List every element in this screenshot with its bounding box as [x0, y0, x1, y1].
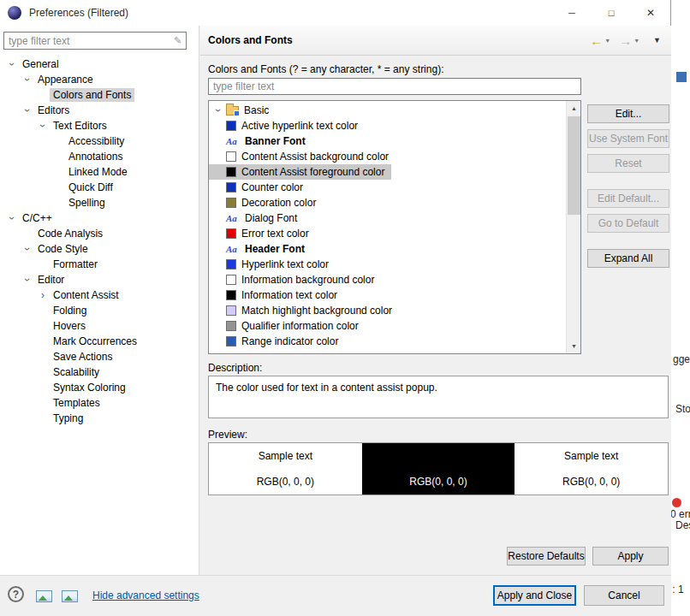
tree-item-label: Content Assist [50, 288, 122, 302]
action-buttons: Edit... Use System Font Reset Edit Defau… [587, 104, 669, 268]
preferences-dialog: Preferences (Filtered) ─ □ ✕ ✎ › General… [0, 0, 671, 616]
list-item-label: Content Assist foreground color [241, 166, 384, 178]
forward-dropdown-icon[interactable]: ▼ [633, 38, 639, 44]
list-item-label: Hyperlink text color [241, 258, 329, 270]
list-item[interactable]: › Counter color [209, 180, 310, 195]
tree-item-label: Editor [34, 273, 68, 287]
list-item[interactable]: › Information text color [209, 287, 344, 303]
tree-item[interactable]: › Scalability [0, 364, 199, 380]
list-item-label: Qualifier information color [241, 320, 359, 332]
scroll-up-icon[interactable]: ▲ [567, 101, 581, 116]
tree-item[interactable]: › Linked Mode [0, 164, 199, 180]
list-item[interactable]: › Qualifier information color [209, 318, 366, 334]
tree-item-label: Folding [50, 304, 90, 317]
tree-item[interactable]: › Editor [0, 272, 199, 287]
list-item[interactable]: › Information background color [209, 272, 381, 287]
background-app-icon [676, 72, 687, 82]
tree-chevron-icon[interactable]: › [22, 242, 33, 256]
close-button[interactable]: ✕ [631, 0, 670, 26]
tree-item[interactable]: › Annotations [0, 149, 199, 164]
tree-item[interactable]: › General [0, 56, 199, 72]
list-scrollbar[interactable]: ▲ ▼ [566, 101, 580, 353]
apply-button[interactable]: Apply [592, 547, 669, 566]
item-icon: Aa [226, 136, 240, 146]
edit-button[interactable]: Edit... [587, 104, 669, 123]
tree-item[interactable]: › Typing [0, 411, 199, 426]
list-chevron-icon[interactable]: › [213, 104, 223, 116]
scroll-down-icon[interactable]: ▼ [567, 339, 581, 353]
tree-item[interactable]: › Folding [0, 303, 199, 318]
tree-item[interactable]: › Quick Diff [0, 180, 199, 195]
item-icon: Aa [226, 244, 240, 254]
list-item[interactable]: › Content Assist foreground color [209, 164, 391, 180]
item-icon [226, 182, 236, 192]
restore-defaults-button[interactable]: Restore Defaults [507, 547, 586, 566]
title-bar[interactable]: Preferences (Filtered) ─ □ ✕ [0, 0, 670, 26]
list-item[interactable]: › Decoration color [209, 195, 323, 210]
tree-item[interactable]: › Syntax Coloring [0, 380, 199, 395]
back-dropdown-icon[interactable]: ▼ [604, 38, 610, 44]
list-item[interactable]: › Match highlight background color [209, 303, 399, 318]
scrollbar-thumb[interactable] [568, 116, 580, 215]
tree-chevron-icon[interactable]: › [38, 119, 48, 133]
tree-item[interactable]: › Appearance [0, 72, 199, 87]
preview-box: Sample text Sample text RGB(0, 0, 0) RGB… [208, 442, 669, 495]
list-item-label: Counter color [241, 181, 303, 193]
tree-item[interactable]: › Colors and Fonts [0, 87, 199, 103]
tree-chevron-icon[interactable]: › [7, 57, 17, 71]
tree-item[interactable]: › Code Analysis [0, 226, 199, 241]
list-item[interactable]: › Basic [209, 103, 276, 118]
list-item[interactable]: › Hyperlink text color [209, 257, 336, 272]
picture-icon-2[interactable] [62, 590, 78, 602]
tree-item[interactable]: › Templates [0, 395, 199, 411]
list-item[interactable]: › Content Assist background color [209, 149, 396, 164]
minimize-button[interactable]: ─ [552, 0, 592, 26]
use-system-font-button[interactable]: Use System Font [587, 129, 669, 148]
back-icon[interactable]: ← [590, 33, 603, 48]
help-icon[interactable]: ? [8, 586, 24, 602]
tree-chevron-icon[interactable]: › [36, 290, 50, 300]
tree-chevron-icon[interactable]: › [7, 211, 17, 225]
tree-chevron-icon[interactable]: › [22, 104, 33, 117]
picture-icon-1[interactable] [36, 590, 52, 602]
cancel-button[interactable]: Cancel [584, 585, 664, 606]
edit-default-button[interactable]: Edit Default... [587, 189, 669, 208]
list-filter-input[interactable] [208, 78, 581, 95]
tree-chevron-icon[interactable]: › [22, 73, 33, 86]
filter-icon: ✎ [174, 35, 181, 46]
tree-item[interactable]: › Accessibility [0, 133, 199, 149]
go-to-default-button[interactable]: Go to Default [587, 214, 669, 233]
tree-item[interactable]: › Code Style [0, 241, 199, 257]
tree-item[interactable]: › Formatter [0, 257, 199, 272]
tree-item[interactable]: › Content Assist [0, 287, 199, 303]
view-menu-icon[interactable]: ▼ [653, 36, 661, 44]
list-item-label: Content Assist background color [241, 151, 389, 163]
list-item[interactable]: › Aa Banner Font [209, 133, 312, 149]
page-header: Colors and Fonts ← ▼ → ▼ ▼ [200, 26, 671, 56]
list-item[interactable]: › Aa Dialog Font [209, 210, 304, 226]
sidebar-filter-input[interactable] [3, 32, 187, 50]
maximize-button[interactable]: □ [592, 0, 631, 26]
tree-item[interactable]: › Save Actions [0, 349, 199, 364]
tree-item[interactable]: › C/C++ [0, 210, 199, 226]
list-item[interactable]: › Error text color [209, 226, 316, 241]
list-item-label: Information background color [241, 274, 374, 286]
list-item[interactable]: › Aa Header Font [209, 241, 312, 257]
expand-all-button[interactable]: Expand All [587, 249, 669, 268]
tree-item[interactable]: › Editors [0, 103, 199, 118]
forward-icon[interactable]: → [619, 33, 632, 48]
tree-item-label: Formatter [50, 258, 101, 271]
list-item[interactable]: › Range indicator color [209, 334, 345, 349]
apply-and-close-button[interactable]: Apply and Close [493, 585, 576, 606]
item-icon [226, 167, 236, 177]
tree-item[interactable]: › Mark Occurrences [0, 334, 199, 349]
tree-chevron-icon[interactable]: › [22, 273, 33, 287]
tree-item[interactable]: › Hovers [0, 318, 199, 334]
tree-item[interactable]: › Text Editors [0, 118, 199, 133]
preferences-tree: › General › Appearance › Colors and Font… [0, 56, 199, 426]
reset-button[interactable]: Reset [587, 154, 669, 173]
hide-advanced-settings-link[interactable]: Hide advanced settings [92, 589, 199, 601]
tree-item[interactable]: › Spelling [0, 195, 199, 210]
list-item[interactable]: › Active hyperlink text color [209, 118, 365, 133]
tree-item-label: C/C++ [19, 211, 56, 225]
